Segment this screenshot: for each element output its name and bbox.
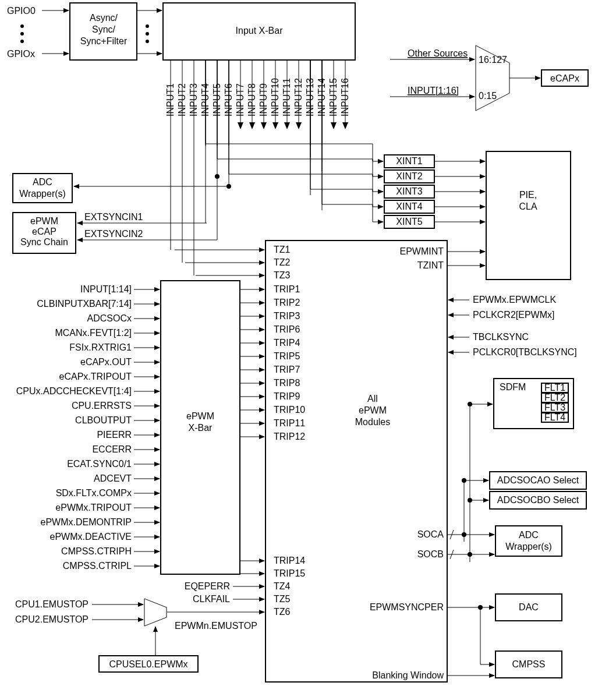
input-xbar-label: Input X-Bar: [236, 26, 284, 36]
clock-label: TBCLKSYNC: [473, 332, 529, 342]
svg-text:ADC: ADC: [519, 530, 539, 540]
svg-text:ADCSOCAO Select: ADCSOCAO Select: [497, 475, 579, 485]
svg-text:TRIP15: TRIP15: [274, 568, 305, 578]
extsyncin1-label: EXTSYNCIN1: [84, 212, 143, 222]
svg-text:Modules: Modules: [355, 417, 390, 427]
svg-text:TRIP4: TRIP4: [274, 338, 300, 348]
epwmn-emustop-label: EPWMn.EMUSTOP: [175, 621, 257, 631]
svg-text:CPUSEL0.EPWMx: CPUSEL0.EPWMx: [109, 659, 187, 669]
xbar-input-label: CLBOUTPUT: [75, 415, 132, 425]
svg-text:ePWM: ePWM: [186, 411, 214, 421]
emustop-mux-icon: [144, 599, 167, 626]
xbar-input-label: eCAPx.TRIPOUT: [59, 372, 132, 381]
svg-text:XINT4: XINT4: [396, 201, 422, 211]
svg-text:TRIP5: TRIP5: [274, 351, 300, 361]
svg-text:TRIP9: TRIP9: [274, 391, 300, 401]
svg-text:TRIP2: TRIP2: [274, 298, 300, 307]
svg-text:EQEPERR: EQEPERR: [185, 581, 230, 591]
svg-text:Blanking Window: Blanking Window: [372, 670, 444, 680]
xbar-input-label: CMPSS.CTRIPL: [63, 561, 132, 571]
xbar-input-label: CMPSS.CTRIPH: [61, 546, 132, 556]
svg-text:TRIP14: TRIP14: [274, 556, 305, 565]
xbar-input-label: SDx.FLTx.COMPx: [56, 488, 132, 498]
svg-text:Sync Chain: Sync Chain: [20, 237, 68, 247]
svg-text:TZ2: TZ2: [274, 257, 291, 267]
xbar-input-label: FSIx.RXTRIG1: [69, 342, 132, 352]
svg-text:TRIP6: TRIP6: [274, 324, 300, 334]
clock-label: EPWMx.EPWMCLK: [473, 295, 556, 305]
svg-text:CLKFAIL: CLKFAIL: [193, 594, 230, 604]
svg-text:TZ4: TZ4: [274, 581, 291, 591]
clock-label: PCLKCR2[EPWMx]: [473, 310, 554, 320]
svg-text:EPWMSYNCPER: EPWMSYNCPER: [370, 602, 444, 612]
xbar-input-label: ePWMx.DEMONTRIP: [41, 517, 132, 527]
xbar-input-label: ePWMx.DEACTIVE: [50, 532, 132, 542]
svg-text:Wrapper(s): Wrapper(s): [19, 189, 66, 199]
svg-text:CLA: CLA: [519, 201, 537, 211]
svg-text:CMPSS: CMPSS: [512, 659, 546, 669]
svg-point-12: [146, 40, 149, 43]
svg-text:XINT5: XINT5: [396, 217, 422, 227]
svg-text:TRIP8: TRIP8: [274, 378, 300, 388]
svg-text:ePWM: ePWM: [359, 405, 387, 415]
svg-text:Sync/: Sync/: [92, 24, 116, 34]
svg-text:ADC: ADC: [33, 177, 52, 187]
svg-point-11: [146, 32, 149, 36]
svg-point-174: [462, 532, 466, 537]
svg-text:Wrapper(s): Wrapper(s): [505, 542, 552, 551]
svg-text:TZ3: TZ3: [274, 270, 291, 280]
svg-text:eCAPx: eCAPx: [550, 73, 579, 83]
xbar-input-label: ECAT.SYNC0/1: [67, 459, 132, 469]
svg-point-175: [468, 552, 472, 557]
svg-text:TRIP11: TRIP11: [274, 418, 305, 428]
svg-point-2: [20, 40, 24, 43]
svg-text:16:127: 16:127: [479, 55, 507, 65]
xbar-input-label: CPUx.ADCCHECKEVT[1:4]: [16, 386, 132, 396]
xbar-input-label: eCAPx.OUT: [80, 357, 132, 367]
svg-text:Sync+Filter: Sync+Filter: [80, 36, 128, 46]
xbar-input-label: CPU.ERRSTS: [72, 401, 132, 411]
svg-text:SDFM: SDFM: [500, 382, 526, 392]
svg-text:Async/: Async/: [90, 13, 118, 23]
gpio0-label: GPIO0: [7, 6, 36, 16]
svg-text:TRIP1: TRIP1: [274, 284, 300, 294]
extsyncin2-label: EXTSYNCIN2: [84, 229, 143, 239]
svg-text:TRIP10: TRIP10: [274, 405, 305, 415]
svg-text:SOCB: SOCB: [417, 549, 444, 559]
svg-text:eCAP: eCAP: [32, 227, 56, 236]
svg-text:FLT2: FLT2: [544, 393, 565, 402]
svg-text:TZ6: TZ6: [274, 607, 291, 617]
svg-text:FLT3: FLT3: [544, 402, 565, 412]
svg-text:CPU1.EMUSTOP: CPU1.EMUSTOP: [15, 599, 88, 609]
gpiox-label: GPIOx: [7, 49, 35, 59]
svg-text:0:15: 0:15: [479, 91, 497, 101]
svg-text:X-Bar: X-Bar: [189, 423, 213, 433]
xbar-input-label: CLBINPUTXBAR[7:14]: [37, 299, 132, 309]
svg-text:TRIP7: TRIP7: [274, 365, 300, 374]
svg-text:TZ5: TZ5: [274, 594, 291, 604]
svg-point-1: [20, 32, 24, 36]
svg-text:XINT3: XINT3: [396, 186, 422, 196]
svg-text:EPWMINT: EPWMINT: [399, 246, 444, 256]
svg-text:XINT2: XINT2: [396, 171, 422, 181]
xbar-input-label: ECCERR: [92, 444, 132, 454]
svg-text:TZINT: TZINT: [417, 260, 444, 270]
svg-text:FLT4: FLT4: [544, 412, 565, 422]
xbar-input-label: ePWMx.TRIPOUT: [55, 503, 132, 512]
svg-text:SOCA: SOCA: [417, 529, 444, 539]
pie-cla-block: [486, 151, 571, 280]
svg-text:ePWM: ePWM: [30, 216, 58, 226]
svg-text:PIE,: PIE,: [519, 190, 537, 200]
xbar-input-label: PIEERR: [97, 430, 132, 440]
svg-text:TRIP12: TRIP12: [274, 432, 305, 441]
svg-text:TZ1: TZ1: [274, 245, 291, 254]
svg-text:DAC: DAC: [519, 602, 539, 612]
svg-point-10: [146, 24, 149, 28]
xbar-input-label: MCANx.FEVT[1:2]: [55, 328, 132, 338]
svg-text:XINT1: XINT1: [396, 156, 422, 166]
input-1-16-label: INPUT[1:16]: [408, 86, 459, 96]
svg-point-57: [215, 174, 220, 179]
svg-text:FLT1: FLT1: [544, 383, 565, 393]
other-sources-label: Other Sources: [408, 48, 468, 58]
svg-text:All: All: [367, 394, 378, 404]
